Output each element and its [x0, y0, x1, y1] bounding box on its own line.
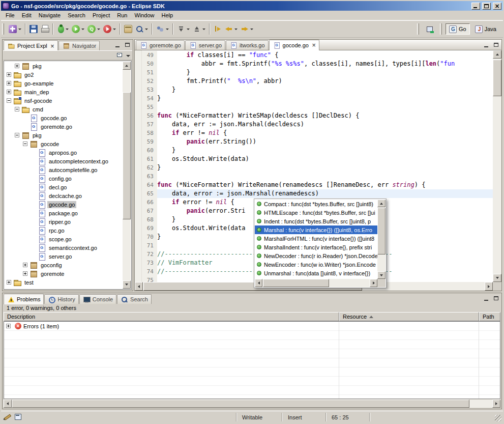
profile-button[interactable] [102, 23, 117, 35]
menu-item-help[interactable]: Help [158, 11, 177, 19]
print-button[interactable] [39, 23, 50, 35]
menu-item-window[interactable]: Window [131, 11, 158, 19]
dropdown-arrow-icon[interactable] [66, 29, 69, 30]
expand-toggle[interactable] [7, 72, 11, 77]
dropdown-arrow-icon[interactable] [187, 29, 190, 30]
editor-tab-goremote-go[interactable]: goremote.go [136, 40, 185, 50]
code-text[interactable]: if classes[i] == "func" { [157, 51, 493, 60]
scroll-down-button[interactable] [377, 271, 386, 279]
tab-problems[interactable]: Problems [4, 294, 44, 304]
problems-row[interactable]: Errors (1 item) [4, 322, 500, 331]
collapse-toggle[interactable] [7, 98, 11, 103]
team-button[interactable] [155, 23, 170, 35]
tree-item[interactable]: goremote.go [5, 122, 123, 131]
maximize-view-button[interactable] [123, 41, 132, 49]
tree-item[interactable]: scope.go [5, 235, 123, 243]
editor-vertical-scrollbar[interactable] [493, 50, 501, 282]
dropdown-arrow-icon[interactable] [234, 29, 238, 30]
autocomplete-item[interactable]: HTMLEscape : func(dst *bytes.Buffer, src… [255, 208, 377, 217]
tree-item[interactable]: decl.go [5, 183, 123, 191]
expand-toggle[interactable] [6, 324, 11, 328]
collapse-toggle[interactable] [15, 107, 19, 111]
code-text[interactable]: } [157, 86, 493, 94]
menu-item-file[interactable]: File [2, 11, 18, 19]
tree-item[interactable]: go2 [5, 70, 123, 79]
expand-toggle[interactable] [7, 90, 11, 94]
autocomplete-item[interactable]: Indent : func(dst *bytes.Buffer, src []u… [255, 217, 377, 225]
scroll-down-button[interactable] [123, 280, 131, 289]
expand-toggle[interactable] [23, 271, 27, 276]
scroll-right-button[interactable] [485, 282, 493, 291]
code-text[interactable]: if err != nil { [157, 129, 493, 137]
dropdown-arrow-icon[interactable] [97, 29, 100, 30]
scroll-thumb[interactable] [493, 60, 501, 96]
tree-item[interactable]: server.go [5, 252, 123, 261]
minimize-window-button[interactable] [471, 3, 480, 10]
view-menu-button[interactable] [126, 55, 130, 57]
code-text[interactable]: data, error := json.Marshal(renamedescs) [157, 189, 493, 198]
dropdown-arrow-icon[interactable] [81, 29, 84, 30]
scroll-thumb[interactable] [12, 400, 469, 408]
autocomplete-item[interactable]: NewEncoder : func(w io.Writer) *json.Enc… [255, 260, 377, 269]
menu-item-project[interactable]: Project [89, 11, 113, 19]
tree-item[interactable]: config.go [5, 174, 123, 183]
tree-item[interactable]: goconfig [5, 261, 123, 269]
maximize-editor-button[interactable] [491, 41, 500, 49]
prev-annotation-button[interactable] [191, 23, 207, 35]
expand-toggle[interactable] [23, 263, 27, 267]
scroll-up-button[interactable] [123, 62, 131, 70]
tree-item[interactable]: test [5, 278, 123, 287]
dropdown-arrow-icon[interactable] [18, 29, 21, 30]
scroll-left-button[interactable] [135, 282, 143, 291]
autocomplete-item[interactable]: NewDecoder : func(r io.Reader) *json.Dec… [255, 251, 377, 260]
autocomplete-item[interactable]: MarshalIndent : func(v interface{}, pref… [255, 243, 377, 251]
resize-grip[interactable] [495, 415, 501, 421]
tree-item[interactable]: pkg [5, 131, 123, 139]
code-text[interactable]: abbr = fmt.Sprintf("%s %s%s", classes[i]… [157, 60, 493, 68]
expand-toggle[interactable] [7, 81, 11, 86]
dropdown-arrow-icon[interactable] [250, 29, 253, 30]
scroll-left-button[interactable] [255, 279, 262, 287]
editor-tab-server-go[interactable]: server.go [185, 40, 225, 50]
maximize-view-button[interactable] [491, 294, 500, 302]
tab-navigator[interactable]: Navigator [58, 41, 100, 50]
tree-item[interactable]: pkg [5, 62, 123, 70]
expand-toggle[interactable] [7, 280, 11, 285]
tree-item[interactable]: autocompletecontext.go [5, 157, 123, 165]
dropdown-arrow-icon[interactable] [113, 29, 116, 30]
annotation-ruler[interactable] [135, 50, 142, 282]
run-button[interactable] [70, 23, 86, 35]
last-edit-button[interactable] [212, 23, 223, 35]
scroll-thumb[interactable] [263, 279, 329, 287]
tab-console[interactable]: Console [79, 294, 116, 304]
open-perspective-button[interactable] [423, 23, 437, 35]
problems-horizontal-scrollbar[interactable] [4, 400, 500, 408]
tree-item[interactable]: gocode.go [5, 200, 123, 209]
code-text[interactable]: os.Stdout.Write(data) [157, 155, 493, 163]
tab-project-explorer[interactable]: Project Expl [4, 40, 58, 51]
code-text[interactable]: } [157, 68, 493, 77]
code-text[interactable]: } [157, 94, 493, 103]
back-button[interactable] [223, 23, 239, 35]
close-tab-icon[interactable]: × [312, 43, 316, 48]
dropdown-arrow-icon[interactable] [166, 29, 169, 30]
forward-button[interactable] [239, 23, 255, 35]
menu-item-edit[interactable]: Edit [18, 11, 35, 19]
autocomplete-item[interactable]: Unmarshal : func(data []uint8, v interfa… [255, 269, 377, 277]
menu-item-run[interactable]: Run [113, 11, 131, 19]
code-text[interactable]: func (*NiceFormatter) WriteSMap(decldesc… [157, 111, 493, 120]
editor-tab-itworks-go[interactable]: itworks.go [226, 40, 269, 50]
tree-item[interactable]: main_dep [5, 88, 123, 96]
autocomplete-item[interactable]: Compact : func(dst *bytes.Buffer, src []… [255, 200, 377, 208]
menu-item-navigate[interactable]: Navigate [35, 11, 64, 19]
tree-item[interactable]: autocompletefile.go [5, 165, 123, 174]
search-button[interactable] [134, 23, 150, 35]
perspective-bar-grip[interactable] [417, 23, 419, 35]
code-text[interactable]: panic(err.String()) [157, 137, 493, 146]
tree-item[interactable]: semanticcontext.go [5, 243, 123, 252]
tab-search[interactable]: Search [117, 294, 152, 304]
maximize-window-button[interactable] [482, 3, 491, 10]
code-text[interactable] [157, 103, 493, 111]
autocomplete-item[interactable]: MarshalForHTML : func(v interface{}) ([]… [255, 234, 377, 243]
fast-view-icon[interactable] [14, 413, 22, 421]
